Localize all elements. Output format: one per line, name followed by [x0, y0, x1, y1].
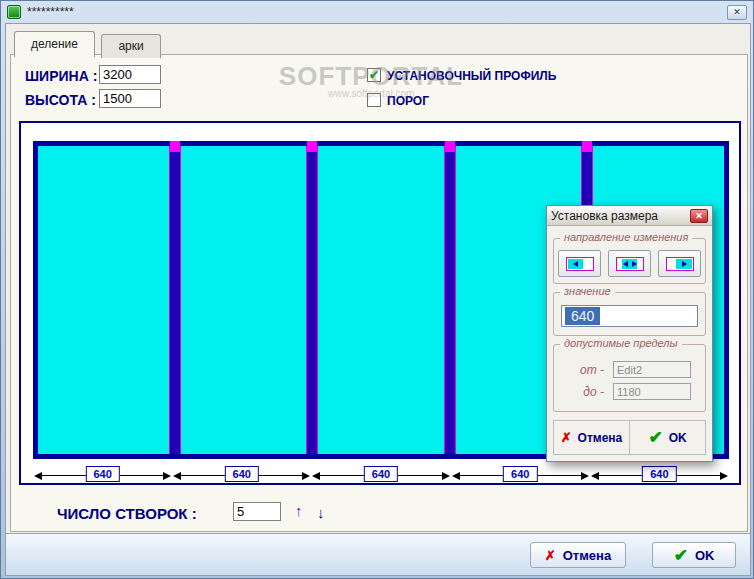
- tab-division[interactable]: деление: [14, 31, 95, 57]
- value-input[interactable]: 640: [561, 305, 698, 327]
- dimension-span: 640: [311, 465, 450, 485]
- limit-from-value: Edit2: [613, 361, 691, 378]
- tab-arches[interactable]: арки: [101, 34, 160, 58]
- direction-right-button[interactable]: [658, 250, 701, 277]
- direction-group: направление изменения: [553, 238, 706, 284]
- dimension-value[interactable]: 640: [364, 466, 398, 482]
- cancel-x-icon: ✗: [545, 548, 556, 563]
- mullion-divider[interactable]: [444, 146, 456, 454]
- dimension-value[interactable]: 640: [642, 466, 676, 482]
- size-dialog: Установка размера ✕ направление изменени…: [546, 205, 713, 462]
- check-icon: ✔: [369, 68, 379, 82]
- direction-buttons: [558, 250, 701, 277]
- decrease-arrow-icon[interactable]: ↓: [317, 504, 325, 521]
- sash-count-input[interactable]: [233, 502, 281, 521]
- title-bar: ********** ✕: [1, 1, 753, 23]
- limits-group: допустимые пределы от - Edit2 до - 1180: [553, 344, 706, 412]
- size-dialog-body: направление изменения: [547, 226, 712, 461]
- mullion-divider[interactable]: [169, 146, 181, 454]
- app-icon: [7, 5, 21, 19]
- limit-to-row: до - 1180: [564, 383, 695, 400]
- size-dialog-titlebar: Установка размера ✕: [547, 206, 712, 226]
- ok-check-icon: ✔: [648, 427, 662, 448]
- dimension-span: 640: [172, 465, 311, 485]
- sash-count-label: ЧИСЛО СТВОРОК :: [57, 505, 197, 522]
- tab-strip: деление арки: [14, 31, 163, 55]
- cancel-button-label: Отмена: [563, 548, 611, 563]
- dimension-span: 640: [451, 465, 590, 485]
- increase-arrow-icon[interactable]: ↑: [295, 502, 303, 519]
- dimension-value[interactable]: 640: [503, 466, 537, 482]
- porog-checkbox-label: ПОРОГ: [387, 94, 429, 108]
- value-selected-text: 640: [565, 307, 600, 325]
- direction-both-icon: [616, 257, 644, 271]
- dimension-span: 640: [33, 465, 172, 485]
- size-dialog-ok-button[interactable]: ✔ OK: [630, 421, 705, 454]
- width-input[interactable]: [99, 65, 161, 84]
- size-dialog-footer: ✗ Отмена ✔ OK: [553, 420, 706, 455]
- value-group-title: значение: [560, 285, 615, 297]
- width-label: ШИРИНА :: [25, 68, 97, 84]
- limit-from-label: от -: [564, 363, 604, 377]
- porog-checkbox[interactable]: [367, 93, 381, 107]
- size-dialog-title: Установка размера: [551, 209, 658, 223]
- ok-button[interactable]: ✔ OK: [652, 542, 736, 568]
- size-dialog-cancel-button[interactable]: ✗ Отмена: [554, 421, 630, 454]
- ok-check-icon: ✔: [674, 545, 688, 566]
- cancel-x-icon: ✗: [561, 430, 572, 445]
- size-dialog-cancel-label: Отмена: [578, 431, 623, 445]
- profile-checkbox[interactable]: ✔: [367, 68, 381, 82]
- ok-button-label: OK: [695, 548, 715, 563]
- direction-left-icon: [566, 257, 594, 271]
- cancel-button[interactable]: ✗ Отмена: [530, 542, 626, 568]
- mullion-divider[interactable]: [306, 146, 318, 454]
- height-label: ВЫСОТА :: [25, 92, 96, 108]
- direction-left-button[interactable]: [558, 250, 601, 277]
- dimension-row: 640 640 640 640: [33, 465, 729, 485]
- value-group: значение 640: [553, 292, 706, 336]
- direction-both-button[interactable]: [608, 250, 651, 277]
- limit-to-label: до -: [564, 385, 604, 399]
- limit-to-value: 1180: [613, 383, 691, 400]
- size-dialog-close-icon[interactable]: ✕: [690, 209, 708, 223]
- height-input[interactable]: [99, 89, 161, 108]
- limit-from-row: от - Edit2: [564, 361, 695, 378]
- profile-checkbox-label: УСТАНОВОЧНЫЙ ПРОФИЛЬ: [387, 69, 556, 83]
- dimension-span: 640: [590, 465, 729, 485]
- direction-group-title: направление изменения: [560, 231, 692, 243]
- direction-right-icon: [666, 257, 694, 271]
- limits-group-title: допустимые пределы: [560, 337, 682, 349]
- close-icon[interactable]: ✕: [727, 5, 747, 20]
- size-dialog-ok-label: OK: [669, 431, 687, 445]
- dimension-value[interactable]: 640: [85, 466, 119, 482]
- window-title: **********: [27, 5, 74, 19]
- dimension-value[interactable]: 640: [225, 466, 259, 482]
- footer-bar: ✗ Отмена ✔ OK: [6, 533, 750, 575]
